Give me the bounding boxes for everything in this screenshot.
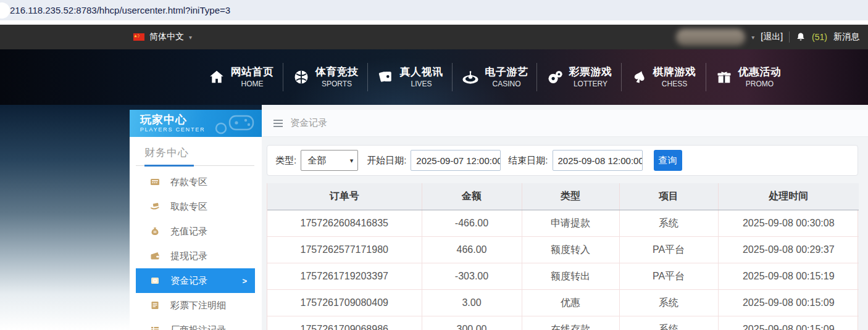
nav-item-chess[interactable]: 棋牌游戏CHESS xyxy=(622,59,706,96)
sidebar-item-label: 充值记录 xyxy=(170,226,207,237)
table-cell: 2025-09-08 00:15:09 xyxy=(718,290,859,316)
table-cell: 系统 xyxy=(619,210,718,237)
nav-item-label: 彩票游戏LOTTERY xyxy=(569,65,612,88)
logout-button[interactable]: [退出] xyxy=(761,31,783,43)
nav-item-home[interactable]: 网站首页HOME xyxy=(199,59,283,96)
nav-item-promo[interactable]: 优惠活动PROMO xyxy=(706,59,790,96)
sports-ball-icon xyxy=(293,68,310,86)
sidebar-item-funds-record[interactable]: 资金记录> xyxy=(136,268,255,293)
table-header-cell: 类型 xyxy=(522,183,619,210)
sidebar-item-vendor-bets[interactable]: 厂商投注记录 xyxy=(136,318,255,330)
table-cell: -303.00 xyxy=(422,263,522,290)
type-label: 类型: xyxy=(275,155,296,167)
lottery-detail-icon xyxy=(150,300,160,310)
table-header-cell: 项目 xyxy=(619,183,718,210)
spade-icon xyxy=(632,69,648,85)
type-select[interactable]: 全部 ▾ xyxy=(301,150,358,171)
sidebar: 玩家中心 PLAYERS CENTER 财务中心 存款专区取款专区充值记录提现记… xyxy=(130,110,262,330)
url-text: 216.118.235.52:8783/hhcp/usercenter.html… xyxy=(10,5,230,15)
nav-item-label: 体育竞技SPORTS xyxy=(315,65,359,88)
start-date-input[interactable] xyxy=(411,150,501,171)
sidebar-header: 玩家中心 PLAYERS CENTER xyxy=(130,110,262,137)
table-cell: PA平台 xyxy=(619,263,718,290)
language-selector[interactable]: 简体中文 ▾ xyxy=(133,31,192,43)
top-bar-right: ▾ [退出] (51) 新消息 xyxy=(676,25,859,49)
roulette-icon xyxy=(461,68,480,86)
chevron-down-icon: ▾ xyxy=(350,157,354,165)
table-cell: 1757261719203397 xyxy=(267,263,422,290)
funds-table: 订单号金额类型项目处理时间 1757262608416835-466.00申请提… xyxy=(267,183,858,330)
sidebar-item-label: 彩票下注明细 xyxy=(170,300,226,311)
nav-item-lottery[interactable]: 彩票游戏LOTTERY xyxy=(537,59,621,96)
divider xyxy=(789,31,790,43)
avatar[interactable] xyxy=(676,29,745,46)
content: 资金记录 类型: 全部 ▾ 开始日期: 结束日期: 查询 订单号金额类型项目处理… xyxy=(262,105,868,330)
screen: 216.118.235.52:8783/hhcp/usercenter.html… xyxy=(0,0,868,330)
chevron-down-icon: ▾ xyxy=(189,34,192,41)
deposit-icon xyxy=(150,177,160,187)
table-header-cell: 订单号 xyxy=(267,183,422,210)
recharge-record-icon xyxy=(150,226,160,236)
browser-strip xyxy=(0,20,868,25)
sidebar-item-recharge-record[interactable]: 充值记录 xyxy=(136,219,255,244)
end-date-input[interactable] xyxy=(553,150,643,171)
menu-toggle-icon[interactable] xyxy=(273,120,283,127)
table-cell: PA平台 xyxy=(619,237,718,263)
table-row: 17572617090804093.00优惠系统2025-09-08 00:15… xyxy=(267,290,859,316)
main-nav: 网站首页HOME体育竞技SPORTS真人视讯LIVES电子游艺CASINO彩票游… xyxy=(0,49,868,105)
playing-cards-icon xyxy=(377,68,394,86)
bell-icon[interactable] xyxy=(796,32,806,42)
table-cell: 额度转出 xyxy=(522,263,619,290)
nav-item-label: 棋牌游戏CHESS xyxy=(653,65,696,88)
table-cell: 额度转入 xyxy=(522,237,619,263)
search-button[interactable]: 查询 xyxy=(654,150,682,171)
nav-item-sports[interactable]: 体育竞技SPORTS xyxy=(283,59,367,96)
sidebar-item-withdraw[interactable]: 取款专区 xyxy=(136,194,255,219)
table-header-cell: 金额 xyxy=(422,183,522,210)
table-cell: -466.00 xyxy=(422,210,522,237)
table-cell: 1757261709068986 xyxy=(267,316,422,330)
sidebar-section: 财务中心 xyxy=(136,146,254,166)
table-cell: 2025-09-08 00:15:09 xyxy=(718,316,859,330)
table-cell: 1757262577171980 xyxy=(267,237,422,263)
table-body: 1757262608416835-466.00申请提款系统2025-09-08 … xyxy=(267,210,859,330)
new-messages-link[interactable]: 新消息 xyxy=(833,31,859,43)
sidebar-item-lottery-detail[interactable]: 彩票下注明细 xyxy=(136,293,255,318)
withdrawal-record-icon xyxy=(150,251,160,261)
nav-item-label: 真人视讯LIVES xyxy=(400,65,443,88)
sidebar-item-label: 取款专区 xyxy=(170,201,207,213)
table-cell: 300.00 xyxy=(422,316,522,330)
sidebar-item-withdrawal-record[interactable]: 提现记录 xyxy=(136,244,255,268)
sidebar-item-label: 资金记录 xyxy=(170,275,207,287)
table-cell: 1757261709080409 xyxy=(267,290,422,316)
lottery-balls-icon xyxy=(546,68,564,86)
nav-item-label: 电子游艺CASINO xyxy=(485,65,528,88)
nav-item-lives[interactable]: 真人视讯LIVES xyxy=(368,59,452,96)
table-header-row: 订单号金额类型项目处理时间 xyxy=(267,183,859,210)
table-row: 1757262577171980466.00额度转入PA平台2025-09-08… xyxy=(267,237,859,263)
table-cell: 申请提款 xyxy=(522,210,619,237)
gift-icon xyxy=(716,68,733,86)
table-row: 1757261709068986300.00在线存款系统2025-09-08 0… xyxy=(267,316,859,330)
table-cell: 1757262608416835 xyxy=(267,210,422,237)
table-cell: 系统 xyxy=(619,290,718,316)
table-row: 1757262608416835-466.00申请提款系统2025-09-08 … xyxy=(267,210,859,237)
chevron-right-icon: > xyxy=(242,276,247,286)
table-cell: 2025-09-08 00:29:37 xyxy=(718,237,859,263)
sidebar-item-deposit[interactable]: 存款专区 xyxy=(136,170,255,194)
sidebar-item-label: 厂商投注记录 xyxy=(170,324,226,330)
table-cell: 系统 xyxy=(619,316,718,330)
chevron-down-icon: ▾ xyxy=(751,34,754,41)
withdraw-icon xyxy=(150,202,160,212)
gamepad-icon xyxy=(210,111,257,137)
table-cell: 2025-09-08 00:30:08 xyxy=(718,210,859,237)
address-bar[interactable]: 216.118.235.52:8783/hhcp/usercenter.html… xyxy=(0,0,868,21)
table-cell: 3.00 xyxy=(422,290,522,316)
start-date-label: 开始日期: xyxy=(367,155,406,167)
vendor-bets-icon xyxy=(150,325,160,330)
table-cell: 466.00 xyxy=(422,237,522,263)
nav-item-label: 优惠活动PROMO xyxy=(738,65,782,88)
browser-favicon-circle xyxy=(0,2,10,19)
table-cell: 优惠 xyxy=(522,290,619,316)
nav-item-casino[interactable]: 电子游艺CASINO xyxy=(453,59,536,96)
